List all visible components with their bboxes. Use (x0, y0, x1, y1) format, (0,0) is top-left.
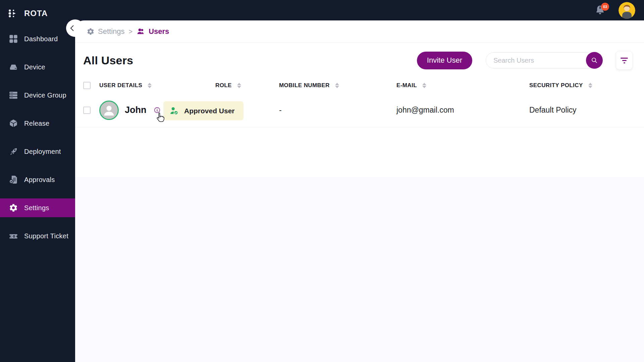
filter-button[interactable] (616, 51, 633, 70)
sidebar-item-release[interactable]: Release (0, 109, 75, 137)
column-header-mobile[interactable]: MOBILE NUMBER (279, 82, 396, 89)
page-title: All Users (83, 54, 133, 67)
empty-area (75, 177, 644, 362)
notifications-button[interactable]: 03 (594, 4, 607, 17)
breadcrumb-separator: > (129, 28, 133, 36)
avatar-image (619, 2, 635, 19)
sidebar: ROTA Dashboard Device (0, 0, 75, 362)
settings-icon (9, 203, 18, 213)
sidebar-item-device[interactable]: Device (0, 53, 75, 81)
person-icon (102, 103, 116, 117)
approvals-icon (9, 175, 18, 184)
approved-user-tooltip: Approved User (163, 101, 244, 120)
sidebar-item-label: Deployment (24, 148, 61, 156)
deployment-icon (9, 147, 18, 156)
search-input[interactable] (486, 52, 602, 68)
invite-user-button[interactable]: Invite User (417, 52, 472, 69)
app-title: ROTA (24, 9, 48, 18)
filter-icon (621, 58, 628, 59)
main-content: Settings > Users All Us (75, 20, 644, 362)
support-ticket-icon (9, 231, 18, 241)
breadcrumb: Settings > Users (87, 27, 169, 36)
mouse-cursor-icon (155, 112, 166, 126)
users-icon (137, 27, 145, 36)
sort-icon (422, 83, 426, 88)
tooltip-label: Approved User (184, 107, 235, 115)
table-row[interactable]: John n - john@gmail.com Default Policy (75, 93, 644, 127)
sidebar-item-label: Support Ticket (24, 232, 68, 240)
sort-icon (148, 83, 152, 88)
dashboard-icon (9, 34, 18, 44)
topbar: 03 (75, 0, 644, 20)
breadcrumb-settings[interactable]: Settings (87, 27, 125, 36)
approved-user-icon (169, 106, 179, 116)
app-screen: ROTA Dashboard Device (0, 0, 644, 362)
sidebar-item-deployment[interactable]: Deployment (0, 137, 75, 166)
sidebar-item-support-ticket[interactable]: Support Ticket (0, 222, 75, 250)
sidebar-item-label: Settings (24, 204, 49, 212)
column-header-security-policy[interactable]: SECURITY POLICY (529, 82, 644, 89)
sidebar-item-label: Approvals (24, 176, 55, 184)
sidebar-item-label: Device Group (24, 92, 66, 99)
sort-icon (335, 83, 339, 88)
rota-logo-icon (7, 8, 19, 19)
sidebar-nav: Dashboard Device (0, 25, 75, 250)
sort-icon (588, 83, 592, 88)
sidebar-item-device-group[interactable]: Device Group (0, 81, 75, 109)
release-icon (9, 119, 18, 128)
sidebar-item-label: Device (24, 63, 45, 71)
sort-icon (237, 83, 241, 88)
breadcrumb-users-label: Users (149, 27, 169, 36)
avatar (99, 101, 119, 120)
breadcrumb-users[interactable]: Users (137, 27, 169, 36)
column-header-role[interactable]: ROLE (215, 82, 279, 89)
search-icon (590, 56, 598, 64)
select-all-checkbox[interactable] (83, 82, 91, 89)
sidebar-item-dashboard[interactable]: Dashboard (0, 25, 75, 53)
mobile-cell: - (279, 106, 396, 115)
notification-badge: 03 (601, 3, 609, 11)
security-policy-cell: Default Policy (529, 106, 644, 115)
toolbar: All Users Invite User (83, 51, 633, 70)
user-name: John (125, 105, 147, 115)
sidebar-item-label: Release (24, 120, 49, 127)
search (486, 52, 602, 68)
search-button[interactable] (586, 52, 603, 69)
breadcrumb-settings-label: Settings (98, 27, 125, 36)
chevron-left-icon (69, 24, 76, 32)
sidebar-item-approvals[interactable]: Approvals (0, 166, 75, 194)
sidebar-item-label: Dashboard (24, 35, 58, 43)
table-header: USER DETAILS ROLE MOBILE NUMBER E-MAIL S… (75, 78, 644, 93)
logo[interactable]: ROTA (0, 0, 75, 21)
sidebar-collapse-button[interactable] (66, 19, 84, 37)
user-avatar[interactable] (619, 2, 635, 19)
column-header-email[interactable]: E-MAIL (396, 82, 529, 89)
gear-icon (87, 27, 95, 36)
device-group-icon (9, 90, 18, 100)
row-checkbox[interactable] (83, 107, 91, 114)
device-icon (9, 62, 18, 72)
column-header-user-details[interactable]: USER DETAILS (99, 82, 215, 89)
breadcrumb-bar: Settings > Users (75, 20, 644, 43)
sidebar-item-settings[interactable]: Settings (0, 198, 75, 217)
email-cell: john@gmail.com (396, 106, 529, 115)
